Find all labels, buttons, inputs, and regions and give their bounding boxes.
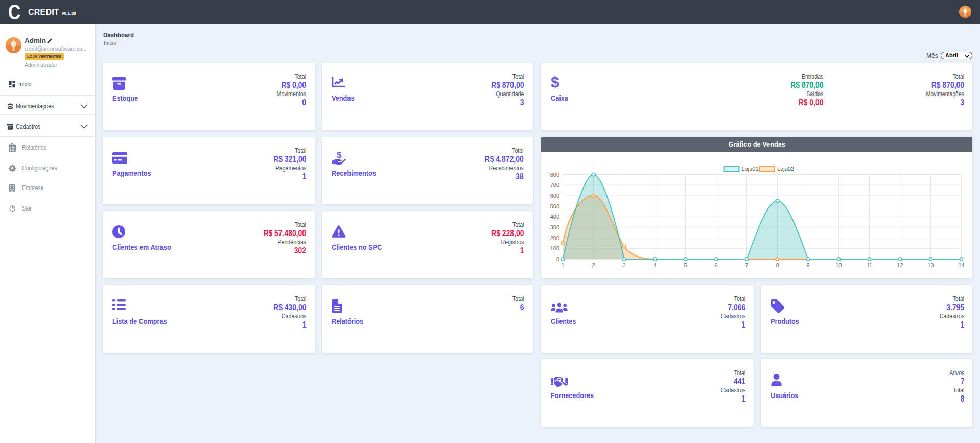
svg-text:600: 600 (550, 193, 559, 199)
svg-text:6: 6 (714, 262, 717, 268)
svg-text:500: 500 (550, 203, 559, 209)
svg-text:8: 8 (776, 262, 779, 268)
svg-text:5: 5 (684, 262, 687, 268)
svg-text:0: 0 (556, 256, 559, 262)
svg-text:Loja01: Loja01 (742, 166, 759, 172)
svg-text:400: 400 (550, 214, 559, 220)
svg-text:7: 7 (745, 262, 748, 268)
svg-text:9: 9 (806, 262, 809, 268)
svg-text:11: 11 (867, 262, 872, 268)
svg-text:200: 200 (550, 235, 559, 241)
svg-text:$: $ (337, 151, 341, 159)
svg-text:13: 13 (927, 262, 934, 268)
svg-text:Loja02: Loja02 (777, 166, 794, 172)
svg-text:2: 2 (592, 262, 595, 268)
svg-text:1: 1 (561, 262, 564, 268)
svg-text:700: 700 (550, 182, 559, 188)
svg-text:3: 3 (622, 262, 625, 268)
svg-text:800: 800 (550, 172, 559, 178)
svg-text:300: 300 (550, 224, 559, 230)
svg-text:12: 12 (897, 262, 903, 268)
svg-text:4: 4 (653, 262, 656, 268)
svg-text:10: 10 (835, 262, 842, 268)
svg-text:14: 14 (958, 262, 964, 268)
svg-text:100: 100 (550, 245, 559, 251)
